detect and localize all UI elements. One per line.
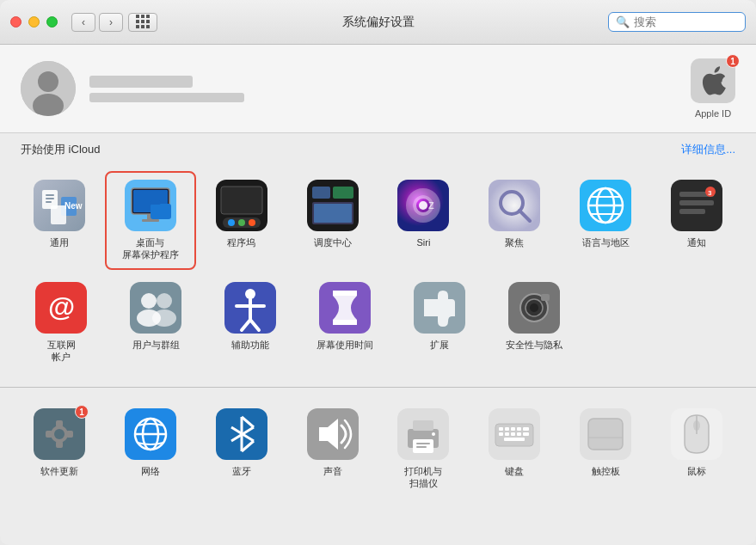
icloud-label: 开始使用 iCloud [21, 142, 100, 157]
svg-rect-48 [679, 209, 705, 214]
svg-rect-112 [588, 419, 623, 450]
apple-id-section[interactable]: 1 Apple ID [691, 58, 735, 119]
svg-point-24 [238, 219, 245, 226]
extensions-label: 扩展 [430, 339, 449, 351]
svg-rect-17 [151, 204, 171, 219]
icon-item-dock[interactable]: 程序坞 [196, 171, 287, 270]
svg-rect-28 [333, 187, 353, 199]
svg-rect-101 [505, 427, 509, 431]
close-button[interactable] [10, 16, 22, 28]
svg-point-54 [141, 293, 157, 309]
printer-label: 打印机与扫描仪 [404, 465, 442, 490]
icon-item-trackpad[interactable]: 触控板 [560, 400, 651, 499]
sound-icon [307, 408, 359, 460]
svg-rect-77 [56, 441, 63, 448]
apple-id-icon[interactable]: 1 [691, 58, 735, 103]
svg-point-25 [249, 219, 255, 226]
svg-point-1 [38, 71, 58, 92]
network-label: 网络 [141, 465, 160, 477]
apple-id-badge: 1 [726, 54, 740, 68]
grid-view-button[interactable] [128, 13, 157, 32]
icon-item-software[interactable]: 1 软件更新 [14, 400, 105, 499]
svg-rect-30 [314, 204, 352, 223]
accessibility-icon [224, 282, 276, 334]
search-icon: 🔍 [616, 15, 630, 28]
icloud-bar: 开始使用 iCloud 详细信息... [0, 133, 756, 162]
svg-rect-47 [679, 200, 714, 205]
apple-id-label: Apple ID [695, 108, 731, 119]
profile-name [89, 76, 193, 88]
svg-rect-5 [46, 194, 54, 196]
traffic-lights [10, 16, 58, 28]
icon-item-notification[interactable]: 3 通知 [651, 171, 742, 270]
svg-rect-104 [523, 427, 529, 431]
search-input[interactable] [634, 15, 738, 28]
icon-item-mouse[interactable]: 鼠标 [651, 400, 742, 499]
search-box[interactable]: 🔍 [608, 12, 746, 32]
trackpad-label: 触控板 [592, 465, 620, 477]
icon-item-printer[interactable]: 打印机与扫描仪 [378, 400, 470, 499]
desktop-label: 桌面与屏幕保护程序 [122, 236, 179, 261]
icon-item-internet[interactable]: @ 互联网帐户 [14, 273, 108, 372]
maximize-button[interactable] [46, 16, 58, 28]
svg-rect-65 [333, 291, 357, 296]
icons-row-2: @ 互联网帐户 用户与群组 [14, 273, 742, 372]
siri-icon: Z [397, 180, 449, 231]
back-button[interactable]: ‹ [71, 13, 95, 32]
svg-text:3: 3 [708, 189, 712, 197]
icon-item-bluetooth[interactable]: 蓝牙 [196, 400, 287, 499]
main-content: 1 Apple ID 开始使用 iCloud 详细信息... [0, 45, 756, 545]
svg-rect-10 [51, 205, 66, 224]
icon-item-general[interactable]: New 通用 [14, 171, 105, 270]
svg-rect-66 [333, 320, 357, 325]
svg-point-97 [432, 432, 435, 436]
avatar[interactable] [21, 61, 76, 116]
grid-icon [136, 15, 151, 29]
svg-text:Z: Z [428, 200, 434, 211]
minimize-button[interactable] [28, 16, 40, 28]
notification-icon: 3 [671, 180, 722, 231]
svg-rect-93 [413, 420, 433, 431]
icon-item-desktop[interactable]: 桌面与屏幕保护程序 [105, 171, 196, 270]
svg-rect-36 [489, 180, 540, 231]
security-label: 安全性与隐私 [506, 339, 562, 351]
svg-point-34 [419, 201, 427, 210]
svg-rect-107 [511, 432, 515, 436]
software-label: 软件更新 [40, 465, 78, 477]
icon-item-screentime[interactable]: 屏幕使用时间 [298, 273, 392, 372]
icon-item-security[interactable]: 安全性与隐私 [487, 273, 581, 372]
svg-rect-105 [499, 432, 503, 436]
apple-logo-icon [699, 65, 727, 96]
svg-point-57 [152, 309, 176, 327]
icon-item-sound[interactable]: 声音 [287, 400, 378, 499]
users-label: 用户与群组 [132, 339, 180, 351]
trackpad-icon [580, 408, 631, 460]
keyboard-label: 键盘 [505, 465, 524, 477]
bottom-section: 1 软件更新 网络 [0, 391, 756, 511]
svg-rect-53 [130, 282, 181, 334]
svg-point-71 [530, 303, 538, 312]
icon-item-users[interactable]: 用户与群组 [108, 273, 203, 372]
icon-item-mission[interactable]: 调度中心 [287, 171, 378, 270]
dock-label: 程序坞 [227, 236, 255, 248]
mission-icon [307, 180, 359, 231]
icon-item-accessibility[interactable]: 辅助功能 [203, 273, 298, 372]
internet-icon: @ [35, 282, 87, 334]
svg-rect-18 [151, 200, 161, 205]
icon-item-language[interactable]: 语言与地区 [560, 171, 651, 270]
icon-item-extensions[interactable]: 扩展 [392, 273, 487, 372]
svg-rect-79 [66, 431, 73, 438]
sound-label: 声音 [323, 465, 342, 477]
icon-item-siri[interactable]: Z Siri [378, 171, 470, 270]
icon-item-spotlight[interactable]: 聚焦 [469, 171, 560, 270]
spotlight-label: 聚焦 [505, 236, 524, 248]
siri-label: Siri [416, 236, 430, 248]
icloud-details-link[interactable]: 详细信息... [681, 142, 735, 157]
desktop-icon [125, 180, 176, 231]
bluetooth-icon [216, 408, 267, 460]
svg-rect-16 [142, 219, 159, 222]
forward-button[interactable]: › [99, 13, 123, 32]
svg-rect-96 [416, 446, 427, 448]
icon-item-network[interactable]: 网络 [105, 400, 196, 499]
icon-item-keyboard[interactable]: 键盘 [469, 400, 560, 499]
